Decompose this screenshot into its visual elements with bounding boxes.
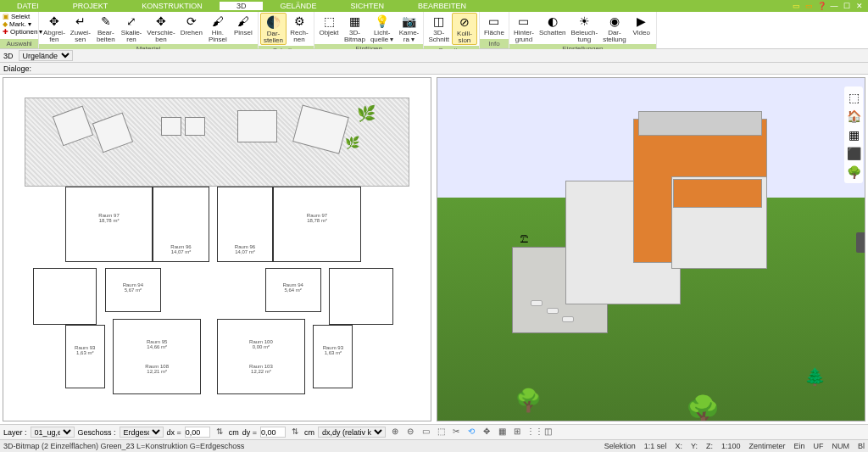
menu-bar: DATEI PROJEKT KONSTRUKTION 3D GELÄNDE SI… [0,0,868,12]
ribbon-bearbeiten-button[interactable]: ✎Bear- beiten [93,13,119,43]
tab-datei[interactable]: DATEI [0,2,56,10]
ribbon-objekt-button[interactable]: ⬚Objekt [316,13,342,43]
tree-icon: 🌿 [357,104,376,123]
tool-icon[interactable]: ⊞ [511,427,523,438]
ribbon-abgreifen-button[interactable]: ✥Abgrei- fen [41,13,68,43]
group-label: Info [480,39,509,48]
bear-icon: ✎ [98,14,114,29]
3d-pane[interactable]: ⛱ 🌳 🌳 🌲 ⬚ 🏠 ▦ ⬛ 🌳 [437,77,865,421]
zuwei-icon: ↵ [73,14,88,29]
ribbon-pinsel-button[interactable]: 🖌Pinsel [231,13,256,43]
objekt-icon: ⬚ [321,14,337,29]
ribbon-kamera-button[interactable]: 📷Kame- ra ▾ [396,13,421,43]
optionen-btn[interactable]: Optionen [10,28,37,36]
vtool-layers-icon[interactable]: ⬚ [846,91,861,104]
ribbon-darstellen-button[interactable]: 🌓Dar- stellen [260,13,287,45]
verschie-icon: ✥ [153,14,169,29]
ribbon-zuweisen-button[interactable]: ↵Zuwei- sen [68,13,93,43]
tab-projekt[interactable]: PROJEKT [56,2,125,10]
tab-3d[interactable]: 3D [220,2,264,10]
ribbon-verschieben-button[interactable]: ✥Verschie- ben [144,13,177,43]
tool-icon[interactable]: ⊕ [389,427,401,438]
vtool-tree-icon[interactable]: 🌳 [846,165,861,179]
dar-icon: 🌓 [265,14,281,30]
tree-icon: 🌿 [345,136,359,149]
ribbon-darstellung-button[interactable]: ◉Dar- stellung [600,13,629,43]
tool-icon[interactable]: ⬚ [435,427,447,438]
dialoge-bar: Dialoge: [0,63,868,75]
layer-combo[interactable]: 01_ug,eg,o( [31,427,75,438]
video-icon: ▶ [634,14,649,29]
status-scale: 1:1 sel [644,442,667,450]
ribbon-beleuchtung-button[interactable]: ☀Beleuch- tung [569,13,601,43]
dx-input[interactable] [185,427,210,438]
floorplan-pane[interactable]: Raum 9718,78 m² Raum 9718,78 m² Raum 961… [3,77,431,421]
abgrei-icon: ✥ [47,14,62,29]
skalie-icon: ⤢ [124,14,139,29]
tool-icon[interactable]: ⊖ [404,427,416,438]
tab-konstruktion[interactable]: KONSTRUKTION [125,2,220,10]
maximize-icon[interactable]: ☐ [842,1,852,11]
status-bar: 3D-Bitmap (2 Einzelflächen) Green_23 L=K… [0,439,868,452]
tab-bearbeiten[interactable]: BEARBEITEN [401,2,483,10]
ribbon-rechnen-button[interactable]: ⚙Rech- nen [287,13,312,45]
ribbon-skalieren-button[interactable]: ⤢Skalie- ren [119,13,144,43]
sys-icon[interactable]: ❓ [816,1,826,11]
bottom-bar: Layer : 01_ug,eg,o( Geschoss : Erdgescho… [0,424,868,439]
kolli-icon: ⊘ [457,14,472,30]
mark-btn[interactable]: Mark. [9,20,26,28]
layer-select[interactable]: Urgelände [19,50,73,61]
ribbon-schatten-button[interactable]: ◐Schatten [537,13,569,43]
view-mode: 3D [3,52,14,60]
ribbon-dbitmap-button[interactable]: ▦3D- Bitmap [342,13,368,43]
ribbon-video-button[interactable]: ▶Video [629,13,654,43]
main-area: Raum 9718,78 m² Raum 9718,78 m² Raum 961… [0,75,868,424]
close-icon[interactable]: ✕ [854,1,865,11]
ribbon-hinpinsel-button[interactable]: 🖌Hin. Pinsel [205,13,231,43]
kame-icon: 📷 [401,14,416,29]
tool-icon[interactable]: ⟲ [465,427,477,438]
panel-handle[interactable] [856,232,865,253]
group-label: Auswahl [0,39,38,48]
vtool-grid-icon[interactable]: ▦ [846,128,861,142]
ribbon: ▣Selekt ◆Mark.▾ ✚Optionen▾ Auswahl ✥Abgr… [0,12,868,49]
tab-gelaende[interactable]: GELÄNDE [263,2,333,10]
vtool-solid-icon[interactable]: ⬛ [846,147,861,160]
ribbon-flche-button[interactable]: ▭Fläche [481,13,507,38]
dx-label: dx = [167,428,181,437]
tool-icon[interactable]: ◫ [542,427,554,438]
vtool-home-icon[interactable]: 🏠 [846,109,861,123]
licht-icon: 💡 [375,14,390,29]
pinsel-icon: 🖌 [236,14,251,29]
tool-icon[interactable]: ✂ [450,427,462,438]
hin.-icon: 🖌 [210,14,225,29]
ribbon-kollision-button[interactable]: ⊘Kolli- sion [452,13,477,45]
sub-bar: 3D Urgelände [0,49,868,63]
minimize-icon[interactable]: — [829,1,839,11]
stepper-icon[interactable]: ⇅ [214,427,225,438]
dy-input[interactable] [260,427,286,438]
tab-sichten[interactable]: SICHTEN [333,2,401,10]
ribbon-hintergrund-button[interactable]: ▭Hinter- grund [511,13,537,43]
geschoss-combo[interactable]: Erdgeschos [120,427,164,438]
tool-icon[interactable]: ▭ [420,427,431,438]
tree-icon: 🌳 [515,388,542,414]
tool-icon[interactable]: ⋮⋮ [526,427,538,438]
status-sel: Selektion [604,442,636,450]
3d-icon: ▦ [347,14,362,29]
stepper-icon[interactable]: ⇅ [289,427,301,438]
status-info: 3D-Bitmap (2 Einzelflächen) Green_23 L=K… [3,442,244,450]
ribbon-dschnitt-button[interactable]: ◫3D- Schnitt [426,13,451,45]
mode-combo[interactable]: dx,dy (relativ ka [318,427,386,438]
tree-icon: 🌲 [804,366,826,387]
selekt-btn[interactable]: Selekt [11,13,30,20]
dialoge-label: Dialoge: [3,64,31,73]
tool-icon[interactable]: ✥ [481,427,492,438]
view-toolbar: ⬚ 🏠 ▦ ⬛ 🌳 [844,86,863,183]
tool-icon[interactable]: ▦ [496,427,508,438]
sys-icons: ▭ ▭ ❓ — ☐ ✕ [791,1,868,11]
sys-icon[interactable]: ▭ [791,1,801,11]
ribbon-lichtquelle-button[interactable]: 💡Licht- quelle ▾ [368,13,397,43]
ribbon-drehen-button[interactable]: ⟳Drehen [178,13,205,43]
sys-icon[interactable]: ▭ [804,1,814,11]
